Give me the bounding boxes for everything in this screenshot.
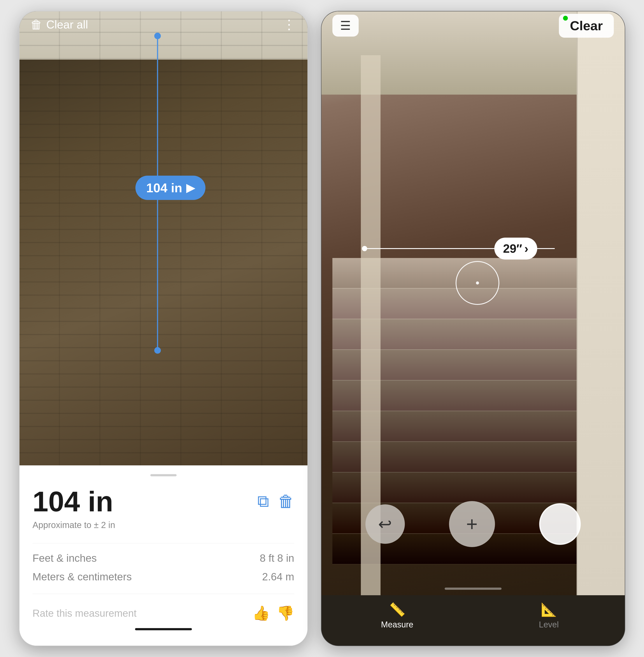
clear-all-button[interactable]: 🗑 Clear all	[30, 18, 88, 31]
tab-level[interactable]: 📐 Level	[473, 602, 625, 629]
measurement-pill[interactable]: 104 in ▶	[135, 176, 205, 200]
level-tab-icon: 📐	[541, 602, 557, 617]
rating-icons: 👍 👎	[252, 605, 294, 621]
measurement-overlay-value: 104 in	[146, 180, 182, 195]
undo-button[interactable]: ↩	[365, 504, 405, 544]
more-options-icon[interactable]: ⋮	[282, 17, 297, 32]
stair-measurement-line: 29″ ›	[365, 248, 555, 249]
bottom-panel-left: 104 in ⧉ 🗑 Approximate to ± 2 in Feet & …	[20, 465, 307, 645]
stair-measurement-label[interactable]: 29″ ›	[494, 238, 537, 260]
home-indicator-right	[445, 588, 502, 590]
clear-all-label: Clear all	[46, 18, 88, 31]
feet-inches-label: Feet & inches	[32, 552, 97, 564]
meters-value: 2.64 m	[262, 571, 294, 583]
tab-bar-right: 📏 Measure 📐 Level	[321, 595, 625, 645]
green-status-dot	[563, 16, 568, 21]
measurement-main-row: 104 in ⧉ 🗑	[32, 487, 294, 516]
rating-row: Rate this measurement 👍 👎	[32, 605, 294, 621]
action-icons: ⧉ 🗑	[257, 487, 294, 511]
expand-arrow-icon: ▶	[186, 181, 194, 194]
undo-icon: ↩	[378, 514, 392, 534]
crosshair-circle	[456, 261, 499, 305]
clear-label: Clear	[570, 18, 603, 33]
meters-label: Meters & centimeters	[32, 571, 132, 583]
approx-text: Approximate to ± 2 in	[32, 520, 294, 530]
shutter-button[interactable]	[539, 503, 581, 545]
camera-view-left: 🗑 Clear all ⋮ 104 in ▶	[20, 12, 307, 465]
drag-handle	[150, 474, 177, 476]
home-indicator-left	[135, 628, 192, 630]
list-icon: ☰	[340, 19, 351, 32]
tab-measure[interactable]: 📏 Measure	[321, 602, 473, 629]
left-phone: 🗑 Clear all ⋮ 104 in ▶ 104 in ⧉ 🗑	[19, 11, 308, 646]
camera-view-right: ☰ Clear 29″ › ↩ +	[321, 12, 625, 595]
line-endpoint-bottom	[154, 347, 161, 354]
level-tab-label: Level	[539, 620, 559, 629]
trash-icon: 🗑	[30, 18, 43, 31]
rate-text: Rate this measurement	[32, 607, 137, 619]
crosshair-dot	[476, 281, 479, 284]
top-bar-left: 🗑 Clear all ⋮	[20, 12, 307, 38]
bottom-controls: ↩ +	[321, 501, 625, 547]
feet-inches-row: Feet & inches 8 ft 8 in	[32, 552, 294, 564]
delete-measurement-icon[interactable]: 🗑	[278, 492, 294, 511]
measurement-label-overlay[interactable]: 104 in ▶	[135, 176, 205, 200]
brick-texture	[20, 12, 307, 465]
add-point-button[interactable]: +	[449, 501, 495, 547]
thumbup-icon[interactable]: 👍	[252, 605, 270, 621]
right-phone: ☰ Clear 29″ › ↩ +	[321, 11, 625, 646]
measurement-main-value: 104 in	[32, 487, 113, 516]
measure-tab-icon: 📏	[389, 602, 406, 617]
list-button[interactable]: ☰	[332, 15, 359, 37]
copy-icon[interactable]: ⧉	[257, 492, 269, 511]
stair-measurement-value: 29″	[503, 242, 522, 256]
thumbdown-icon[interactable]: 👎	[277, 605, 294, 621]
meters-row: Meters & centimeters 2.64 m	[32, 571, 294, 583]
stair-expand-arrow: ›	[524, 242, 528, 256]
feet-inches-value: 8 ft 8 in	[260, 552, 294, 564]
add-icon: +	[466, 513, 478, 535]
top-bar-right: ☰ Clear	[321, 12, 625, 40]
measure-tab-label: Measure	[381, 620, 413, 629]
divider-2	[32, 594, 294, 594]
